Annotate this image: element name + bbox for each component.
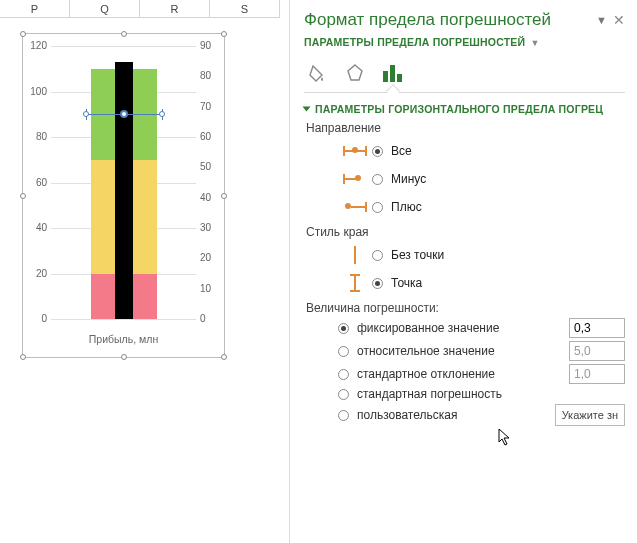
bar-black[interactable] <box>115 62 133 319</box>
resize-handle[interactable] <box>20 354 26 360</box>
direction-both-icon <box>343 144 367 158</box>
direction-plus[interactable]: Плюс <box>338 195 625 219</box>
amount-fixed[interactable]: фиксированное значение <box>338 318 625 338</box>
selection-handle[interactable] <box>121 111 127 117</box>
svg-rect-1 <box>383 71 388 82</box>
direction-minus[interactable]: Минус <box>338 167 625 191</box>
resize-handle[interactable] <box>221 354 227 360</box>
resize-handle[interactable] <box>221 31 227 37</box>
edge-dot[interactable]: Точка <box>338 271 625 295</box>
direction-plus-icon <box>343 200 367 214</box>
resize-handle[interactable] <box>121 31 127 37</box>
radio[interactable] <box>338 346 349 357</box>
direction-minus-icon <box>343 172 367 186</box>
mouse-cursor-icon <box>498 428 512 446</box>
direction-label: Направление <box>306 121 625 135</box>
resize-handle[interactable] <box>20 31 26 37</box>
selection-handle[interactable] <box>159 111 165 117</box>
radio[interactable] <box>338 410 349 421</box>
amount-custom[interactable]: пользовательская Укажите зн <box>338 404 625 426</box>
format-pane: Формат предела погрешностей ▼ ✕ ПАРАМЕТР… <box>289 0 637 543</box>
effects-icon[interactable] <box>344 62 366 84</box>
svg-rect-3 <box>397 74 402 82</box>
x-axis-label: Прибыль, млн <box>23 333 224 345</box>
col-Q[interactable]: Q <box>70 0 140 17</box>
edge-nocap-icon <box>348 244 362 266</box>
series-options-icon[interactable] <box>382 62 404 84</box>
svg-rect-2 <box>390 65 395 82</box>
radio[interactable] <box>372 146 383 157</box>
radio[interactable] <box>372 250 383 261</box>
edge-none[interactable]: Без точки <box>338 243 625 267</box>
stddev-value-input <box>569 364 625 384</box>
direction-all[interactable]: Все <box>338 139 625 163</box>
chart-object[interactable]: 020406080100120 0102030405060708090 Приб… <box>22 33 225 358</box>
amount-stderr[interactable]: стандартная погрешность <box>338 387 625 401</box>
amount-stddev[interactable]: стандартное отклонение <box>338 364 625 384</box>
radio[interactable] <box>338 369 349 380</box>
radio[interactable] <box>338 323 349 334</box>
radio[interactable] <box>338 389 349 400</box>
fixed-value-input[interactable] <box>569 318 625 338</box>
amount-label: Величина погрешности: <box>306 301 625 315</box>
collapse-icon[interactable] <box>303 107 311 112</box>
radio[interactable] <box>372 174 383 185</box>
pane-title: Формат предела погрешностей <box>304 10 592 30</box>
plot-area[interactable]: 020406080100120 0102030405060708090 <box>51 46 196 319</box>
edge-style-label: Стиль края <box>306 225 625 239</box>
fill-icon[interactable] <box>306 62 328 84</box>
pane-subhead[interactable]: ПАРАМЕТРЫ ПРЕДЕЛА ПОГРЕШНОСТЕЙ <box>304 36 525 48</box>
resize-handle[interactable] <box>20 193 26 199</box>
resize-handle[interactable] <box>121 354 127 360</box>
edge-cap-icon <box>348 272 362 294</box>
specify-values-button[interactable]: Укажите зн <box>555 404 625 426</box>
col-S[interactable]: S <box>210 0 280 17</box>
amount-relative[interactable]: относительное значение <box>338 341 625 361</box>
relative-value-input <box>569 341 625 361</box>
subhead-dropdown-icon[interactable]: ▼ <box>530 38 539 48</box>
svg-marker-0 <box>348 65 362 80</box>
col-P[interactable]: P <box>0 0 70 17</box>
column-headers: P Q R S <box>0 0 280 18</box>
close-icon[interactable]: ✕ <box>613 12 625 28</box>
section-heading[interactable]: ПАРАМЕТРЫ ГОРИЗОНТАЛЬНОГО ПРЕДЕЛА ПОГРЕЦ <box>304 103 625 115</box>
col-R[interactable]: R <box>140 0 210 17</box>
selection-handle[interactable] <box>83 111 89 117</box>
pane-dropdown-icon[interactable]: ▼ <box>596 14 607 26</box>
radio[interactable] <box>372 278 383 289</box>
radio[interactable] <box>372 202 383 213</box>
